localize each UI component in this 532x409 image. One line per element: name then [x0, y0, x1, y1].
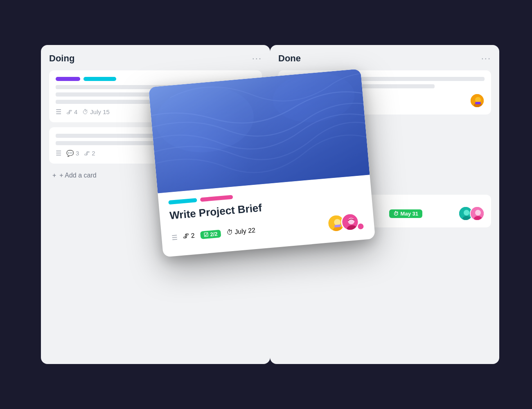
tag-purple [56, 77, 80, 81]
attachment-icon-floating: 🖇 [183, 232, 190, 240]
attachment-icon: 🖇 [66, 108, 72, 115]
floating-card-header [149, 69, 370, 193]
checkbox-icon-floating: ☑ [203, 231, 209, 238]
floating-avatar-group [327, 212, 365, 233]
svg-point-8 [475, 210, 481, 216]
floating-attachment-meta: 🖇 2 [183, 232, 195, 240]
due-date: July 15 [90, 108, 110, 115]
avatar-group-done2 [458, 206, 485, 221]
svg-point-1 [475, 97, 481, 103]
due-date-done2: May 31 [401, 211, 418, 217]
attachment-icon-2: 🖇 [84, 150, 90, 157]
tag-cyan [83, 77, 116, 81]
list-icon: ☰ [56, 149, 61, 157]
floating-tasks-badge: ☑ 2/2 [200, 229, 221, 239]
comment-meta: 💬 3 [66, 150, 79, 157]
clock-icon-floating: ⏱ [226, 229, 234, 236]
attachment-count-2: 2 [92, 150, 95, 157]
due-date-floating: July 22 [234, 227, 256, 236]
add-card-label: + Add a card [59, 172, 96, 179]
avatar-done1-1 [470, 93, 485, 108]
floating-card[interactable]: Write Project Brief ☰ 🖇 2 ☑ 2/2 ⏱ July 2… [149, 69, 375, 257]
column-doing-title: Doing [49, 53, 74, 64]
attachment-meta: 🖇 4 [66, 108, 77, 115]
floating-due-meta: ⏱ July 22 [226, 227, 256, 236]
comment-icon: 💬 [66, 150, 74, 157]
plus-icon: + [52, 172, 56, 179]
attachment-count: 4 [74, 108, 77, 115]
avatar-done2-2 [470, 206, 485, 221]
avatar-group-done1 [470, 93, 485, 108]
column-doing-header: Doing ··· [49, 53, 262, 64]
content-line [56, 100, 165, 104]
svg-rect-3 [475, 102, 481, 104]
floating-tag-cyan [168, 198, 197, 204]
clock-icon-done2: ⏱ [393, 211, 399, 217]
column-done-header: Done ··· [278, 53, 491, 64]
list-icon-floating: ☰ [171, 233, 178, 241]
wavy-pattern [149, 69, 370, 193]
due-meta: ⏱ July 15 [82, 108, 110, 115]
clock-icon: ⏱ [82, 108, 88, 115]
attachment-count-floating: 2 [191, 232, 195, 240]
svg-point-5 [464, 210, 469, 216]
due-badge-done2: ⏱ May 31 [389, 209, 422, 218]
floating-tag-pink [200, 195, 233, 202]
attachment-meta-2: 🖇 2 [84, 150, 95, 157]
floating-extra-avatar-dot [357, 222, 365, 231]
column-done-title: Done [278, 53, 301, 64]
tasks-floating: 2/2 [210, 231, 218, 238]
comment-count: 3 [76, 150, 79, 157]
column-done-menu[interactable]: ··· [481, 53, 491, 64]
list-icon: ☰ [56, 108, 61, 116]
column-doing-menu[interactable]: ··· [252, 53, 262, 64]
